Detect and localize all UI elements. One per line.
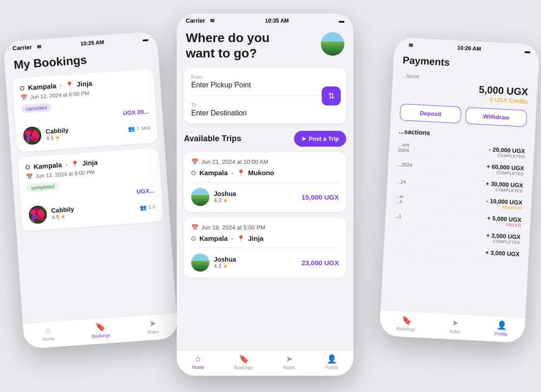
landscape-avatar: [321, 32, 344, 56]
home-label-left: Home: [42, 336, 54, 342]
route-arrow-1: ›: [60, 82, 62, 88]
destination-2: Jinja: [82, 158, 98, 167]
time-center: 10:35 AM: [265, 18, 289, 24]
driver-rating-1: 4.5 ★: [46, 134, 69, 141]
cal-icon-t2: 📅: [191, 224, 198, 231]
post-trip-button[interactable]: ➤ Post a Trip: [294, 131, 346, 147]
rides-label-right: Rides: [449, 329, 461, 334]
nav-bookings-right[interactable]: 🔖 Bookings: [396, 315, 416, 332]
nav-rides-center[interactable]: ➤ Rides: [283, 354, 295, 370]
trip-price-1: 15,000 UGX: [301, 193, 339, 201]
from-label: From: [191, 74, 319, 80]
bookings-label-right: Bookings: [396, 326, 415, 332]
trips-title: Available Trips: [184, 134, 241, 143]
booking-card-2[interactable]: Kampala › 📍 Jinja 📅 Jun 12, 2024 at 6:00…: [18, 148, 164, 231]
rides-icon-right: ➤: [452, 318, 459, 328]
destination-1: Jinja: [77, 79, 92, 88]
nav-rides-left[interactable]: ➤ Rides: [146, 318, 159, 335]
trip-driver-2: Joshua 4.3 ★ 23,000 UGX: [191, 253, 339, 272]
tx-right-2: + 60,000 UGX COMPLETED: [486, 163, 524, 176]
pin-icon-2: 📍: [71, 160, 79, 167]
tx-right-1: - 20,000 UGX COMPLETED: [488, 146, 525, 159]
home-label-center: Home: [192, 365, 204, 370]
payments-phone: ≋ 10:26 AM ▬ Payments ...lance 5,000 UGX…: [379, 37, 540, 343]
arrow-t2: ›: [232, 235, 233, 242]
driver-seats-1: 👥 1 sea: [128, 124, 150, 132]
tx-right-4: - 10,000 UGX PENDING: [486, 197, 522, 210]
bookings-phone: Carrier ≋ 10:25 AM ▬ My Bookings Kampala…: [3, 31, 179, 349]
carrier-center: Carrier ≋: [186, 17, 215, 24]
profile-icon-center: 👤: [327, 354, 337, 364]
bookings-icon-left: 🔖: [95, 321, 106, 332]
route-arrow-2: ›: [65, 161, 68, 167]
booking-card-1[interactable]: Kampala › 📍 Jinja 📅 Jun 12, 2024 at 6:00…: [12, 69, 158, 152]
nav-bookings-left[interactable]: 🔖 Bookings: [91, 321, 111, 339]
seats-icon-2: 👥: [140, 204, 147, 210]
nav-bookings-center[interactable]: 🔖 Bookings: [234, 354, 253, 370]
tx-label-4: ...w...4: [395, 193, 403, 204]
status-icons-left: ▬: [143, 36, 149, 43]
bookings-label-center: Bookings: [234, 365, 253, 370]
location-form: From Enter Pickup Point To Enter Destina…: [184, 68, 346, 124]
nav-rides-right[interactable]: ➤ Rides: [449, 317, 461, 334]
search-title: Where do you want to go?: [186, 30, 321, 61]
trip-card-1[interactable]: 📅 Jun 21, 2024 at 10:00 AM Kampala › 📍 M…: [184, 152, 346, 212]
nav-home-center[interactable]: ⌂ Home: [192, 354, 204, 370]
cal-icon-t1: 📅: [191, 158, 198, 165]
tx-label-5: ...1: [395, 213, 402, 219]
driver-info-1: Cabbily 4.5 ★ 👥 1 sea: [23, 119, 150, 145]
nav-profile-right[interactable]: 👤 Profile: [494, 320, 508, 337]
trip-driver-name-1: Joshua: [214, 190, 236, 197]
driver-avatar-1: [23, 126, 42, 145]
home-icon-center: ⌂: [195, 354, 200, 363]
rides-label-center: Rides: [283, 365, 295, 370]
to-input[interactable]: Enter Destination: [191, 109, 319, 117]
tx-label-3: ...24: [396, 178, 406, 184]
nav-profile-center[interactable]: 👤 Profile: [325, 354, 338, 370]
trip-driver-1: Joshua 4.3 ★ 15,000 UGX: [191, 188, 339, 206]
origin-dot-1: [20, 86, 25, 91]
deposit-button[interactable]: Deposit: [400, 104, 462, 124]
tx-label-1: ...ent2024: [398, 141, 410, 153]
avatar-flowers-1: [23, 126, 42, 145]
profile-avatar-center[interactable]: [321, 32, 344, 56]
pin-icon-1: 📍: [65, 81, 73, 89]
carrier-left: Carrier ≋: [12, 43, 42, 52]
pin-t1: 📍: [237, 169, 245, 177]
tx-right-6: + 3,500 UGX COMPLETED: [486, 232, 521, 245]
profile-icon-right: 👤: [496, 320, 507, 330]
time-left: 10:25 AM: [80, 39, 104, 47]
search-header: Where do you want to go?: [177, 26, 353, 68]
tx-right-3: + 30,000 UGX COMPLETED: [485, 180, 523, 193]
rides-icon-left: ➤: [149, 318, 156, 329]
to-label: To: [191, 102, 319, 108]
trip-driver-rating-1: 4.3 ★: [214, 197, 236, 204]
status-icons-right: ▬: [525, 48, 531, 55]
home-icon-left: ⌂: [45, 325, 51, 335]
status-bar-center: Carrier ≋ 10:35 AM ▬: [177, 14, 353, 26]
rides-label-left: Rides: [147, 329, 159, 335]
tx-label-2: ...2024: [397, 161, 413, 167]
trip-card-2[interactable]: 📅 Jun 19, 2024 at 5:00 PM Kampala › 📍 Ji…: [184, 218, 346, 278]
from-input[interactable]: Enter Pickup Point: [191, 81, 319, 89]
pin-t2: 📍: [237, 235, 245, 242]
booking-status-1: cancelled: [21, 103, 52, 114]
driver-avatar-2: [28, 205, 48, 225]
trip-avatar-2: [191, 253, 209, 272]
trip-date-2: 📅 Jun 19, 2024 at 5:00 PM: [191, 224, 339, 231]
swap-button[interactable]: ⇅: [322, 86, 341, 105]
arrow-t1: ›: [232, 170, 233, 176]
trip-date-1: 📅 Jun 21, 2024 at 10:00 AM: [191, 158, 339, 165]
calendar-icon-1: 📅: [20, 94, 28, 101]
withdraw-button[interactable]: Withdraw: [465, 107, 527, 127]
trip-divider-1: [191, 182, 339, 182]
nav-home-left[interactable]: ⌂ Home: [42, 325, 55, 342]
origin-2: Kampala: [33, 161, 62, 170]
trip-driver-rating-2: 4.3 ★: [214, 263, 236, 269]
seats-icon-1: 👥: [128, 125, 135, 132]
driver-rating-2: 4.5 ★: [51, 213, 74, 220]
battery-icon-left: ▬: [143, 36, 149, 43]
booking-status-2: completed: [27, 182, 59, 192]
bookings-icon-right: 🔖: [401, 315, 411, 325]
bookings-label-left: Bookings: [92, 333, 111, 339]
